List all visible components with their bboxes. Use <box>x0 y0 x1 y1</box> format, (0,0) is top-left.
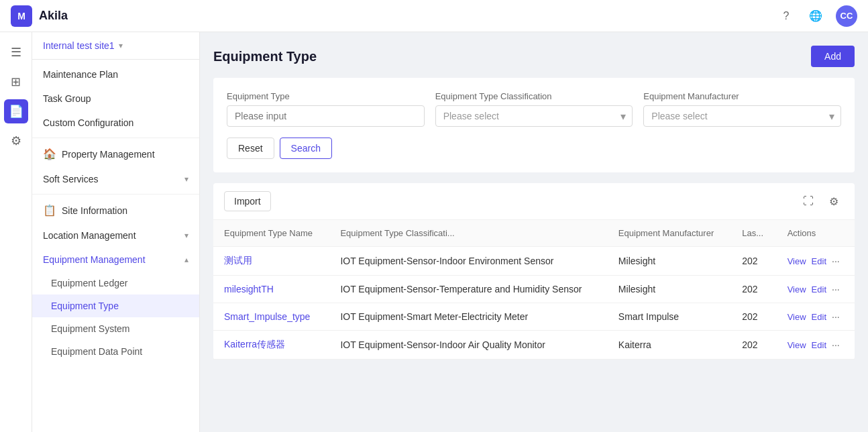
brand-area: M Akila <box>11 5 68 27</box>
sidebar-icon-settings[interactable]: ⚙ <box>4 129 28 153</box>
table-card: Import ⛶ ⚙ Equipment Type Name Equipment… <box>213 183 855 360</box>
add-button[interactable]: Add <box>811 46 855 67</box>
cell-name: 测试用 <box>213 247 329 276</box>
top-navigation: M Akila ? 🌐 CC <box>0 0 868 32</box>
edit-link[interactable]: Edit <box>812 340 826 350</box>
cell-name: Smart_Impulse_type <box>213 303 329 331</box>
sidebar-site-header[interactable]: Internal test site1 ▾ <box>32 32 199 60</box>
cell-manufacturer: Milesight <box>608 247 731 276</box>
cell-actions: View Edit ··· <box>777 276 855 303</box>
cell-classification: IOT Equipment-Sensor-Indoor Environment … <box>329 247 607 276</box>
table-header-row: Equipment Type Name Equipment Type Class… <box>213 220 855 247</box>
filter-actions: Reset Search <box>227 138 841 159</box>
cell-manufacturer: Kaiterra <box>608 331 731 360</box>
sidebar-icon-menu[interactable]: ☰ <box>4 40 28 64</box>
more-options-icon[interactable]: ··· <box>832 284 840 294</box>
filter-row: Equipment Type Equipment Type Classifica… <box>227 91 841 127</box>
globe-icon[interactable]: 🌐 <box>806 7 825 25</box>
brand-logo: M <box>11 5 32 27</box>
expand-icon[interactable]: ⛶ <box>798 191 818 211</box>
cell-actions: View Edit ··· <box>777 247 855 276</box>
settings-icon[interactable]: ⚙ <box>824 191 844 211</box>
cell-actions: View Edit ··· <box>777 331 855 360</box>
sidebar-item-equipment-system[interactable]: Equipment System <box>32 317 199 340</box>
cell-manufacturer: Smart Impulse <box>608 303 731 331</box>
cell-last: 202 <box>731 276 776 303</box>
table-row: 测试用 IOT Equipment-Sensor-Indoor Environm… <box>213 247 855 276</box>
sidebar-item-maintenance-plan[interactable]: Maintenance Plan <box>32 62 199 87</box>
location-chevron: ▾ <box>184 231 188 240</box>
cell-classification: IOT Equipment-Sensor-Temperature and Hum… <box>329 276 607 303</box>
soft-services-chevron: ▾ <box>184 174 188 184</box>
classification-select-wrapper: Please select <box>435 105 633 127</box>
sidebar-item-task-group[interactable]: Task Group <box>32 87 199 111</box>
manufacturer-filter: Equipment Manufacturer Please select <box>643 91 841 127</box>
search-button[interactable]: Search <box>280 138 332 159</box>
cell-name: Kaiterra传感器 <box>213 331 329 360</box>
sidebar-icon-document[interactable]: 📄 <box>4 99 28 123</box>
site-information-icon: 📋 <box>43 204 56 217</box>
sidebar-item-site-information[interactable]: 📋 Site Information <box>32 197 199 223</box>
import-button[interactable]: Import <box>224 191 271 211</box>
cell-last: 202 <box>731 247 776 276</box>
more-options-icon[interactable]: ··· <box>832 256 840 266</box>
top-nav-right: ? 🌐 CC <box>777 5 857 27</box>
classification-select[interactable]: Please select <box>435 105 633 127</box>
sidebar-divider-2 <box>32 194 199 195</box>
sidebar-item-equipment-data-point[interactable]: Equipment Data Point <box>32 340 199 363</box>
view-link[interactable]: View <box>788 340 806 350</box>
table-row: Smart_Impulse_type IOT Equipment-Smart M… <box>213 303 855 331</box>
view-link[interactable]: View <box>788 312 806 322</box>
cell-classification: IOT Equipment-Smart Meter-Electricity Me… <box>329 303 607 331</box>
cell-manufacturer: Milesight <box>608 276 731 303</box>
brand-name: Akila <box>39 9 68 23</box>
manufacturer-select-wrapper: Please select <box>643 105 841 127</box>
col-actions: Actions <box>777 220 855 247</box>
table-row: Kaiterra传感器 IOT Equipment-Sensor-Indoor … <box>213 331 855 360</box>
sidebar-item-equipment-type[interactable]: Equipment Type <box>32 294 199 317</box>
left-sidebar: Internal test site1 ▾ Maintenance Plan T… <box>32 32 200 432</box>
sidebar-icon-dashboard[interactable]: ⊞ <box>4 70 28 94</box>
equipment-type-label: Equipment Type <box>227 91 425 101</box>
main-content: Equipment Type Add Equipment Type Equipm… <box>200 32 868 432</box>
manufacturer-select[interactable]: Please select <box>643 105 841 127</box>
table-toolbar: Import ⛶ ⚙ <box>213 183 855 220</box>
icon-sidebar: ☰ ⊞ 📄 ⚙ <box>0 32 32 432</box>
cell-name: milesightTH <box>213 276 329 303</box>
view-link[interactable]: View <box>788 256 806 266</box>
more-options-icon[interactable]: ··· <box>832 311 840 322</box>
table-row: milesightTH IOT Equipment-Sensor-Tempera… <box>213 276 855 303</box>
equipment-type-input[interactable] <box>227 105 425 127</box>
property-management-icon: 🏠 <box>43 148 56 160</box>
classification-label: Equipment Type Classification <box>435 91 633 101</box>
col-name: Equipment Type Name <box>213 220 329 247</box>
sidebar-site-label: Internal test site1 <box>43 40 115 51</box>
view-link[interactable]: View <box>788 284 806 294</box>
sidebar-item-equipment-management[interactable]: Equipment Management ▴ <box>32 248 199 272</box>
table-toolbar-right: ⛶ ⚙ <box>798 191 844 211</box>
sidebar-item-equipment-ledger[interactable]: Equipment Ledger <box>32 272 199 294</box>
sidebar-item-location-management[interactable]: Location Management ▾ <box>32 223 199 248</box>
col-classification: Equipment Type Classificati... <box>329 220 607 247</box>
more-options-icon[interactable]: ··· <box>832 339 840 350</box>
col-last: Las... <box>731 220 776 247</box>
sidebar-divider-1 <box>32 138 199 138</box>
main-layout: ☰ ⊞ 📄 ⚙ Internal test site1 ▾ Maintenanc… <box>0 32 868 432</box>
reset-button[interactable]: Reset <box>227 138 274 159</box>
edit-link[interactable]: Edit <box>812 284 826 294</box>
sidebar-item-soft-services[interactable]: Soft Services ▾ <box>32 167 199 191</box>
help-icon[interactable]: ? <box>777 7 796 25</box>
cell-actions: View Edit ··· <box>777 303 855 331</box>
sidebar-item-property-management[interactable]: 🏠 Property Management <box>32 141 199 167</box>
site-dropdown-icon: ▾ <box>119 41 123 50</box>
edit-link[interactable]: Edit <box>812 256 826 266</box>
equipment-type-filter: Equipment Type <box>227 91 425 127</box>
classification-filter: Equipment Type Classification Please sel… <box>435 91 633 127</box>
filter-card: Equipment Type Equipment Type Classifica… <box>213 78 855 172</box>
user-avatar[interactable]: CC <box>836 5 857 27</box>
sidebar-item-custom-configuration[interactable]: Custom Configuration <box>32 111 199 135</box>
table-header: Equipment Type Name Equipment Type Class… <box>213 220 855 247</box>
equipment-type-table: Equipment Type Name Equipment Type Class… <box>213 220 855 360</box>
edit-link[interactable]: Edit <box>812 312 826 322</box>
cell-last: 202 <box>731 303 776 331</box>
